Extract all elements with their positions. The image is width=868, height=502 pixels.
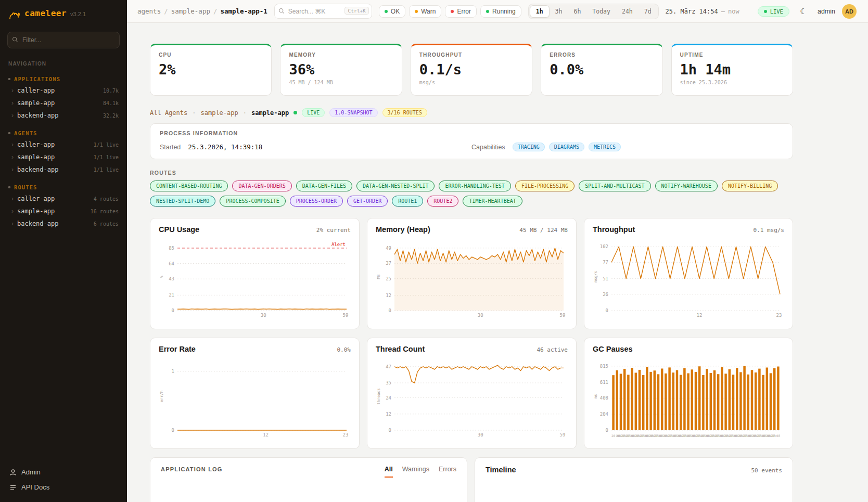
throughput-chart: 02651771021223msg/s [593, 238, 784, 319]
item-count-badge: 6 routes [94, 221, 119, 227]
route-chip[interactable]: TIMER-HEARTBEAT [463, 196, 522, 207]
moon-icon: ☾ [800, 7, 807, 16]
section-marker-icon [8, 132, 10, 134]
search-icon [12, 36, 18, 43]
svg-text:0: 0 [172, 308, 174, 313]
chevron-right-icon: › [11, 153, 14, 161]
svg-text:0: 0 [606, 308, 608, 313]
route-chip[interactable]: ROUTE2 [427, 196, 458, 207]
sample-app-link[interactable]: sample-app [200, 109, 238, 117]
stat-card-row: CPU 2% MEMORY 36% 45 MB / 124 MB THROUGH… [150, 44, 793, 96]
route-chip[interactable]: NOTIFY-BILLING [722, 181, 778, 191]
app-version: v3.2.1 [70, 11, 86, 17]
avatar[interactable]: AD [842, 4, 857, 19]
sidebar-item-backend-app[interactable]: ›backend-app32.2k [0, 109, 127, 122]
stat-card-cpu: CPU 2% [150, 44, 272, 96]
stat-card-uptime: UPTIME 1h 14m since 25.3.2026 [671, 44, 793, 96]
time-range-selector: 1h 3h 6h Today 24h 7d [528, 4, 659, 19]
time-range-6h[interactable]: 6h [568, 6, 586, 17]
sidebar-item-sample-app-routes[interactable]: ›sample-app16 routes [0, 205, 127, 217]
route-chip[interactable]: ERROR-HANDLING-TEST [439, 181, 510, 191]
capability-badge-tracing: TRACING [513, 143, 545, 151]
user-name: admin [818, 8, 835, 15]
sidebar-item-sample-app[interactable]: ›sample-app84.1k [0, 97, 127, 109]
breadcrumb-sample-app[interactable]: sample-app [171, 7, 210, 15]
sidebar-footer: Admin API Docs [0, 459, 127, 502]
dark-mode-toggle[interactable]: ☾ [796, 4, 811, 19]
section-marker-icon [8, 186, 10, 188]
svg-text:37: 37 [386, 261, 391, 266]
breadcrumb-agents[interactable]: agents [137, 7, 161, 15]
time-range-today[interactable]: Today [586, 6, 616, 17]
log-tab-warnings[interactable]: Warnings [402, 466, 429, 478]
capability-badge-diagrams: DIAGRAMS [549, 143, 584, 151]
status-dot [415, 10, 418, 13]
svg-text:24: 24 [386, 395, 391, 401]
route-chip[interactable]: GET-ORDER [347, 196, 388, 207]
filter-chip-error[interactable]: Error [445, 5, 477, 18]
svg-text:64: 64 [169, 261, 174, 266]
all-agents-link[interactable]: All Agents [150, 109, 187, 117]
thread-count-chart: 0122435473059threads [376, 357, 568, 439]
time-range-3h[interactable]: 3h [550, 6, 568, 17]
svg-text:err/h: err/h [159, 391, 164, 403]
chart-card-throughput: Throughput0.1 msg/s 02651771021223msg/s [584, 218, 793, 329]
chevron-right-icon: › [11, 166, 14, 173]
filter-chip-running[interactable]: Running [480, 5, 521, 18]
process-information-card: PROCESS INFORMATION Started 25.3.2026, 1… [150, 123, 793, 159]
route-chip[interactable]: NESTED-SPLIT-DEMO [150, 196, 215, 207]
item-count-badge: 1/1 live [94, 155, 119, 160]
agent-live-dot [293, 111, 297, 114]
chart-card-memory-heap: Memory (Heap)45 MB / 124 MB 012253749305… [367, 218, 577, 329]
svg-text:30: 30 [478, 313, 483, 318]
started-row: Started 25.3.2026, 14:39:18 [160, 143, 471, 151]
topbar: agents / sample-app / sample-app-1 Ctrl+… [127, 0, 868, 23]
route-chip[interactable]: SPLIT-AND-MULTICAST [579, 181, 650, 191]
item-count-badge: 1/1 live [94, 142, 119, 148]
chart-card-cpu-usage: CPU Usage2% current 021436485Alert3059% [150, 218, 360, 329]
time-range-1h[interactable]: 1h [530, 5, 550, 18]
search-shortcut-kbd: Ctrl+K [344, 7, 368, 15]
started-value: 25.3.2026, 14:39:18 [188, 143, 262, 151]
sidebar-item-sample-app-agent[interactable]: ›sample-app1/1 live [0, 151, 127, 163]
svg-text:23: 23 [776, 313, 782, 318]
svg-text:MB: MB [376, 274, 381, 279]
svg-text:threads: threads [376, 388, 381, 405]
sidebar-item-admin[interactable]: Admin [0, 465, 127, 480]
filter-chip-warn[interactable]: Warn [409, 5, 441, 18]
route-chip[interactable]: ROUTE1 [392, 196, 423, 207]
status-dot [486, 10, 489, 13]
route-chip[interactable]: CONTENT-BASED-ROUTING [150, 181, 228, 191]
log-tab-errors[interactable]: Errors [439, 466, 456, 478]
sidebar-item-caller-app-agent[interactable]: ›caller-app1/1 live [0, 138, 127, 151]
route-chip[interactable]: DATA-GEN-NESTED-SPLIT [356, 181, 435, 191]
global-search: Ctrl+K [274, 4, 372, 19]
route-chip[interactable]: DATA-GEN-ORDERS [232, 181, 291, 191]
sidebar-filter-input[interactable] [7, 32, 120, 48]
date-range-display[interactable]: 25. März 14:54 – now [666, 8, 739, 15]
chart-card-gc-pauses: GC Pauses 0204408611815ms20:0820:0820:08… [584, 338, 793, 449]
route-chip[interactable]: PROCESS-ORDER [290, 196, 343, 207]
log-tab-all[interactable]: All [385, 466, 393, 478]
live-toggle[interactable]: LIVE [758, 6, 789, 17]
route-chip[interactable]: PROCESS-COMPOSITE [220, 196, 285, 207]
svg-text:408: 408 [600, 395, 608, 401]
sidebar-item-backend-app-agent[interactable]: ›backend-app1/1 live [0, 163, 127, 176]
app-logo: cameleer v3.2.1 [0, 0, 127, 28]
svg-text:59: 59 [560, 313, 566, 318]
cpu-usage-chart: 021436485Alert3059% [159, 238, 351, 319]
route-chip[interactable]: FILE-PROCESSING [515, 181, 575, 191]
status-filter-group: OK Warn Error Running [379, 5, 521, 18]
filter-chip-ok[interactable]: OK [379, 5, 405, 18]
route-chip-list: CONTENT-BASED-ROUTING DATA-GEN-ORDERS DA… [150, 181, 793, 207]
sidebar-item-caller-app[interactable]: ›caller-app10.7k [0, 84, 127, 97]
sidebar-item-api-docs[interactable]: API Docs [0, 480, 127, 495]
item-count-badge: 4 routes [94, 196, 119, 202]
time-range-7d[interactable]: 7d [639, 6, 657, 17]
time-range-24h[interactable]: 24h [616, 6, 639, 17]
route-chip[interactable]: DATA-GEN-FILES [296, 181, 352, 191]
sidebar-item-backend-app-routes[interactable]: ›backend-app6 routes [0, 217, 127, 230]
item-count-badge: 32.2k [103, 113, 119, 119]
sidebar-item-caller-app-routes[interactable]: ›caller-app4 routes [0, 192, 127, 205]
route-chip[interactable]: NOTIFY-WAREHOUSE [655, 181, 718, 191]
